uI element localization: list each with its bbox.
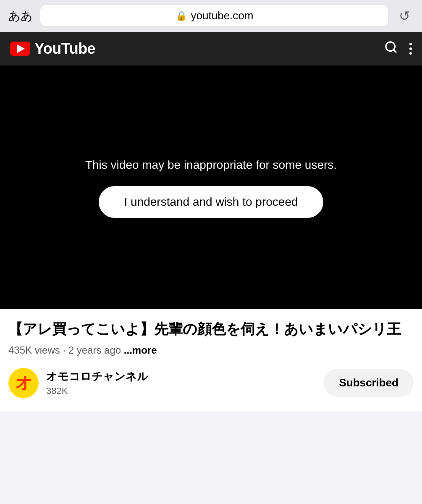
youtube-logo[interactable]: YouTube — [10, 40, 95, 58]
browser-locale: ああ — [8, 8, 34, 24]
channel-info: オモコロチャンネル 382K — [46, 369, 316, 396]
separator: · — [63, 344, 68, 356]
svg-line-1 — [393, 50, 396, 52]
url-text: youtube.com — [191, 9, 254, 22]
channel-avatar[interactable]: オ — [8, 368, 39, 398]
youtube-header: YouTube — [0, 32, 422, 66]
browser-chrome: ああ 🔒 youtube.com ↺ — [0, 0, 422, 32]
channel-row: オ オモコロチャンネル 382K Subscribed — [8, 368, 414, 398]
channel-avatar-char: オ — [15, 371, 32, 394]
channel-subscriber-count: 382K — [46, 386, 316, 396]
dot — [409, 47, 412, 50]
lock-icon: 🔒 — [176, 10, 187, 21]
dot — [409, 43, 412, 45]
search-icon[interactable] — [384, 40, 398, 57]
youtube-app: YouTube This video may be inappropriate … — [0, 32, 422, 309]
more-options-icon[interactable] — [409, 43, 412, 55]
time-ago: 2 years ago — [68, 344, 121, 356]
subscribe-button[interactable]: Subscribed — [324, 369, 414, 397]
youtube-logo-text: YouTube — [34, 40, 95, 58]
video-meta: 435K views · 2 years ago ...more — [8, 344, 414, 356]
proceed-button[interactable]: I understand and wish to proceed — [99, 186, 323, 218]
play-triangle-icon — [17, 45, 25, 53]
video-player: This video may be inappropriate for some… — [0, 66, 422, 309]
youtube-logo-icon — [10, 42, 30, 56]
channel-name[interactable]: オモコロチャンネル — [46, 369, 316, 384]
view-count: 435K views — [8, 344, 60, 356]
more-link[interactable]: ...more — [124, 344, 157, 356]
address-bar[interactable]: 🔒 youtube.com — [40, 5, 388, 26]
content-area: 【アレ買ってこいよ】先輩の顔色を伺え！あいまいパシリ王 435K views ·… — [0, 309, 422, 411]
inappropriate-warning-text: This video may be inappropriate for some… — [68, 157, 354, 173]
reload-button[interactable]: ↺ — [395, 8, 414, 24]
dot — [409, 52, 412, 55]
header-actions — [384, 40, 412, 57]
video-title: 【アレ買ってこいよ】先輩の顔色を伺え！あいまいパシリ王 — [8, 319, 414, 339]
